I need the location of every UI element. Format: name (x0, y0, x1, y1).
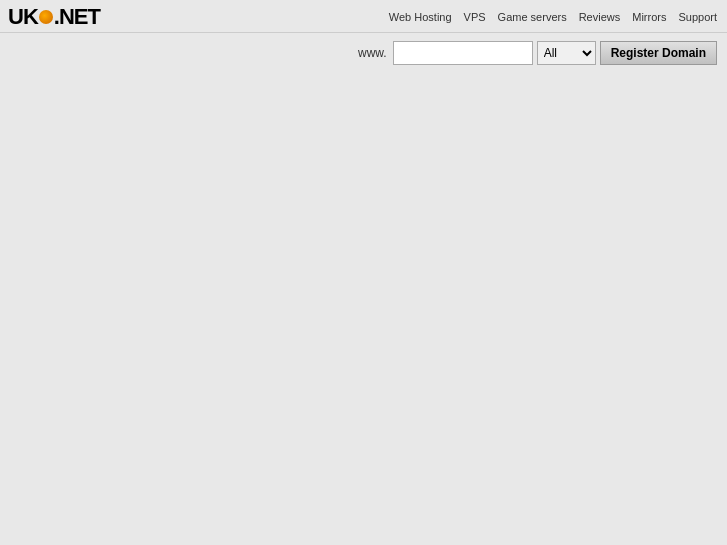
domain-input[interactable] (393, 41, 533, 65)
main-content (0, 73, 727, 545)
nav-reviews[interactable]: Reviews (579, 11, 621, 23)
nav-vps[interactable]: VPS (464, 11, 486, 23)
nav-mirrors[interactable]: Mirrors (632, 11, 666, 23)
logo-uk-text: UK (8, 4, 38, 29)
logo-circle-icon (39, 10, 53, 24)
logo: UK.NET (8, 6, 100, 28)
tld-select[interactable]: All .com .net .org .co.uk .info (537, 41, 596, 65)
header: UK.NET Web Hosting VPS Game servers Revi… (0, 0, 727, 33)
nav-web-hosting[interactable]: Web Hosting (389, 11, 452, 23)
www-label: www. (358, 46, 387, 60)
logo-net-text: .NET (54, 4, 100, 29)
main-nav: Web Hosting VPS Game servers Reviews Mir… (389, 11, 717, 23)
register-domain-button[interactable]: Register Domain (600, 41, 717, 65)
nav-game-servers[interactable]: Game servers (498, 11, 567, 23)
domain-search-bar: www. All .com .net .org .co.uk .info Reg… (0, 33, 727, 73)
nav-support[interactable]: Support (678, 11, 717, 23)
